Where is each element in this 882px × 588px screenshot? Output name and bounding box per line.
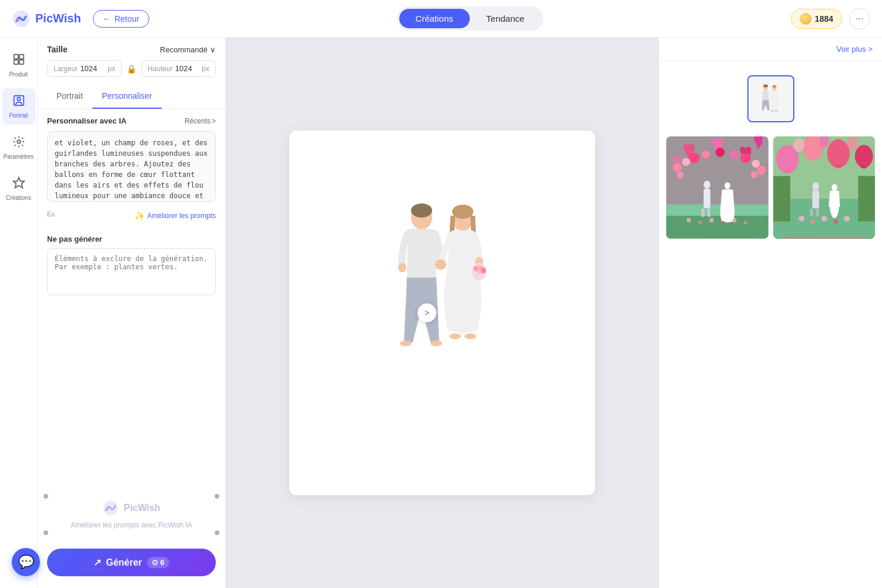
gallery-svg-2 <box>773 136 876 239</box>
sidebar-parametres-label: Paramètres <box>4 153 34 160</box>
voir-plus-button[interactable]: Voir plus > <box>837 45 873 54</box>
ai-promo-icon <box>102 500 119 516</box>
header: PicWish ← Retour Créations Tendance 1884… <box>0 0 882 38</box>
sub-tab-personnaliser[interactable]: Personnaliser <box>92 84 162 109</box>
logo-area: PicWish <box>12 9 81 28</box>
svg-point-9 <box>17 140 21 143</box>
svg-rect-49 <box>666 216 769 239</box>
ai-promo: PicWish Améliorer les prompts avec PicWi… <box>38 488 225 541</box>
improve-label: Améliorer les prompts <box>147 212 216 220</box>
svg-point-35 <box>774 110 778 112</box>
svg-point-69 <box>847 136 858 150</box>
chevron-down-icon: ∨ <box>210 45 216 54</box>
height-value: 1024 <box>175 64 200 73</box>
sidebar-portrait-label: Portrait <box>9 112 28 119</box>
height-input-group[interactable]: Hauteur 1024 px <box>141 60 216 77</box>
back-button[interactable]: ← Retour <box>93 10 149 28</box>
svg-point-16 <box>400 340 412 346</box>
svg-point-48 <box>751 172 758 179</box>
width-input-group[interactable]: Largeur 1024 px <box>47 60 122 77</box>
left-panel: Taille Recommandé ∨ Largeur 1024 px 🔒 Ha… <box>38 38 226 588</box>
svg-point-34 <box>770 110 774 112</box>
svg-point-60 <box>744 221 747 225</box>
sidebar-creations-label: Créations <box>6 195 31 201</box>
prompt-textarea[interactable]: et violet, un champ de roses, et des gui… <box>47 131 216 202</box>
svg-point-67 <box>793 138 804 152</box>
settings-button[interactable]: ··· <box>849 8 870 29</box>
svg-point-8 <box>17 98 21 101</box>
svg-point-46 <box>757 166 766 175</box>
exclude-textarea[interactable] <box>47 248 216 295</box>
recommended-button[interactable]: Recommandé ∨ <box>160 45 216 54</box>
selected-thumbnail[interactable] <box>747 75 794 122</box>
corner-dot-br <box>215 530 219 535</box>
svg-point-65 <box>827 139 850 168</box>
sidebar-item-creations[interactable]: Créations <box>2 171 35 207</box>
svg-point-17 <box>430 340 442 346</box>
size-header: Taille Recommandé ∨ <box>47 45 216 54</box>
chat-icon: 💬 <box>18 554 34 570</box>
sidebar-item-portrait[interactable]: Portrait <box>2 88 35 125</box>
sidebar-produit-label: Produit <box>9 71 28 78</box>
exclude-title: Ne pas générer <box>47 235 216 243</box>
coin-count: 1884 <box>815 14 833 24</box>
svg-point-22 <box>449 333 461 339</box>
tab-tendance[interactable]: Tendance <box>470 9 541 28</box>
ai-promo-logo: PicWish <box>102 500 160 516</box>
sub-tab-portrait[interactable]: Portrait <box>47 84 92 109</box>
svg-point-76 <box>831 184 837 191</box>
svg-rect-73 <box>812 191 819 209</box>
cost-icon: ⊙ <box>152 558 158 567</box>
width-value: 1024 <box>80 64 105 73</box>
expand-button[interactable]: > <box>417 303 436 322</box>
svg-point-33 <box>772 85 776 88</box>
svg-rect-6 <box>19 60 23 64</box>
sidebar-item-produit[interactable]: Produit <box>2 47 35 83</box>
right-panel-content <box>659 61 882 588</box>
svg-rect-71 <box>858 176 875 221</box>
svg-point-77 <box>799 216 804 222</box>
svg-rect-53 <box>707 208 710 216</box>
dots-icon: ··· <box>856 14 863 24</box>
coin-badge: 1884 <box>791 9 842 29</box>
svg-rect-5 <box>14 60 18 64</box>
svg-point-80 <box>833 219 838 224</box>
svg-point-44 <box>740 153 750 163</box>
gallery-item-1[interactable] <box>666 136 769 239</box>
svg-point-58 <box>721 221 724 225</box>
corner-dot-tr <box>215 494 219 499</box>
chevron-right-icon: > <box>425 308 429 318</box>
main-content: Produit Portrait <box>0 38 882 588</box>
size-section: Taille Recommandé ∨ Largeur 1024 px 🔒 Ha… <box>38 38 225 84</box>
corner-dot-tl <box>44 494 48 499</box>
svg-point-41 <box>702 151 710 158</box>
chat-button[interactable]: 💬 <box>12 548 40 576</box>
exclude-section: Ne pas générer <box>38 228 225 305</box>
corner-dot-bl <box>44 530 48 535</box>
improve-prompts-button[interactable]: ✨ Améliorer les prompts <box>135 211 216 220</box>
svg-point-57 <box>709 218 714 223</box>
couple-illustration <box>366 189 519 436</box>
generate-button[interactable]: ↗ Générer ⊙ 6 <box>47 549 216 576</box>
svg-point-1 <box>16 18 19 22</box>
generate-label: Générer <box>106 557 142 568</box>
svg-point-14 <box>398 263 406 272</box>
gallery-grid <box>666 136 875 239</box>
parametres-icon <box>12 135 25 151</box>
gallery-item-2[interactable] <box>773 136 876 239</box>
logo-icon <box>12 9 31 28</box>
svg-point-54 <box>724 182 730 189</box>
svg-rect-74 <box>810 208 813 216</box>
wand-icon: ✨ <box>135 211 145 220</box>
lock-icon: 🔒 <box>126 64 136 74</box>
svg-point-55 <box>687 218 691 223</box>
portrait-icon <box>12 94 25 110</box>
main-tab-group: Créations Tendance <box>397 6 543 31</box>
recents-link[interactable]: Récents > <box>185 117 216 125</box>
sub-tabs: Portrait Personnaliser <box>38 84 225 109</box>
svg-point-47 <box>677 172 684 179</box>
tab-creations[interactable]: Créations <box>399 9 470 28</box>
size-title: Taille <box>47 45 68 54</box>
coin-icon <box>800 13 811 25</box>
sidebar-item-parametres[interactable]: Paramètres <box>2 129 35 166</box>
